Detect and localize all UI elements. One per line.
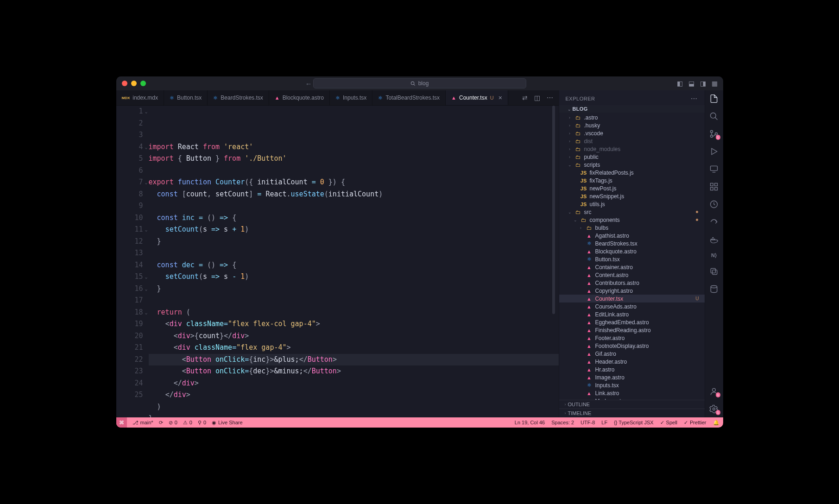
status-item[interactable]: Spaces: 2 — [551, 420, 574, 426]
source-control-icon[interactable]: 1 — [709, 129, 719, 139]
tab-blockquote-astro[interactable]: ▲Blockquote.astro — [269, 90, 330, 105]
file-image-astro[interactable]: ▲Image.astro — [559, 373, 705, 381]
code-line[interactable]: <div className="flex flex-col gap-4"> — [149, 318, 559, 330]
folder-dist[interactable]: ›🗀dist — [559, 137, 705, 145]
file-finishedreading-astro[interactable]: ▲FinishedReading.astro — [559, 326, 705, 334]
code-line[interactable]: setCount(s => s - 1) — [149, 271, 559, 283]
file-footnotedisplay-astro[interactable]: ▲FootnoteDisplay.astro — [559, 342, 705, 350]
run-debug-icon[interactable] — [709, 147, 719, 156]
file-inputs-tsx[interactable]: ⚛Inputs.tsx — [559, 381, 705, 389]
folder-components[interactable]: ⌄🗀components — [559, 216, 705, 224]
tab-counter-tsx[interactable]: ▲Counter.tsxU× — [446, 90, 508, 105]
close-tab-icon[interactable]: × — [498, 94, 502, 101]
copy-icon[interactable] — [709, 267, 719, 276]
file-content-astro[interactable]: ▲Content.astro — [559, 271, 705, 279]
code-line[interactable]: <div>{count}</div> — [149, 330, 559, 342]
code-line[interactable]: import React from 'react' — [149, 141, 559, 153]
code-line[interactable]: } — [149, 413, 559, 417]
explorer-more-icon[interactable]: ⋯ — [691, 95, 698, 102]
code-line[interactable]: const dec = () => { — [149, 259, 559, 271]
tab-inputs-tsx[interactable]: ⚛Inputs.tsx — [330, 90, 372, 105]
code-line[interactable]: <div className="flex gap-4"> — [149, 342, 559, 354]
status-item[interactable]: 🔔 — [713, 420, 719, 426]
extensions-icon[interactable] — [709, 182, 719, 191]
panel-right-icon[interactable]: ◨ — [700, 80, 706, 87]
status-item[interactable]: ⟳ — [159, 420, 163, 426]
minimize-window-button[interactable] — [131, 81, 137, 86]
layout-icon[interactable]: ▦ — [712, 80, 718, 87]
database-icon[interactable] — [709, 284, 719, 294]
scrollbar-thumb[interactable] — [552, 106, 555, 314]
account-icon[interactable]: 1 — [709, 387, 719, 396]
close-window-button[interactable] — [122, 81, 127, 86]
panel-left-icon[interactable]: ◧ — [677, 80, 683, 87]
file-gif-astro[interactable]: ▲Gif.astro — [559, 350, 705, 358]
timeline-icon[interactable] — [709, 200, 719, 209]
folder-src[interactable]: ⌄🗀src — [559, 208, 705, 216]
status-item[interactable]: LF — [601, 420, 607, 426]
remote-icon[interactable] — [709, 164, 719, 174]
code-line[interactable]: </div> — [149, 389, 559, 401]
file-footer-astro[interactable]: ▲Footer.astro — [559, 334, 705, 342]
status-item[interactable]: ⚠0 — [183, 420, 192, 426]
explorer-icon[interactable] — [709, 94, 719, 103]
code-line[interactable]: const inc = () => { — [149, 212, 559, 224]
status-item[interactable]: {} TypeScript JSX — [614, 420, 653, 426]
status-item[interactable]: ⊘0 — [169, 420, 177, 426]
status-item[interactable]: ✓ Prettier — [684, 420, 706, 426]
code-line[interactable] — [149, 165, 559, 177]
status-item[interactable]: ⚲0 — [198, 420, 206, 426]
panel-bottom-icon[interactable]: ⬓ — [688, 80, 694, 87]
file-link-astro[interactable]: ▲Link.astro — [559, 389, 705, 397]
file-button-tsx[interactable]: ⚛Button.tsx — [559, 255, 705, 263]
code-content[interactable]: import React from 'react'import { Button… — [149, 106, 559, 417]
status-item[interactable]: ⎇main* — [132, 420, 153, 426]
command-center[interactable]: blog — [313, 78, 526, 88]
tab-beardstrokes-tsx[interactable]: ⚛BeardStrokes.tsx — [208, 90, 269, 105]
outline-panel[interactable]: ›OUTLINE — [559, 400, 705, 409]
code-line[interactable]: ) — [149, 401, 559, 413]
code-line[interactable]: <Button onClick={dec}>&minus;</Button> — [149, 365, 559, 378]
tab-totalbeardstrokes-tsx[interactable]: ⚛TotalBeardStrokes.tsx — [372, 90, 446, 105]
explorer-root[interactable]: ⌄ BLOG — [559, 105, 705, 113]
tab-index-mdx[interactable]: MDXindex.mdx — [116, 90, 164, 105]
nav-back-icon[interactable]: ← — [305, 80, 312, 88]
file-beardstrokes-tsx[interactable]: ⚛BeardStrokes.tsx — [559, 239, 705, 247]
remote-indicator[interactable]: ⌘ — [116, 417, 127, 428]
code-editor[interactable]: 1⌄234⌄567⌄891011⌄12131415⌄16⌄1718⌄192021… — [116, 106, 559, 417]
file-newsnippet-js[interactable]: JSnewSnippet.js — [559, 192, 705, 200]
code-line[interactable]: } — [149, 236, 559, 248]
more-icon[interactable]: ⋯ — [547, 94, 553, 101]
code-line[interactable]: setCount(s => s + 1) — [149, 224, 559, 236]
share-icon[interactable] — [709, 217, 719, 227]
compare-icon[interactable]: ⇄ — [522, 94, 528, 101]
file-container-astro[interactable]: ▲Container.astro — [559, 263, 705, 271]
code-line[interactable] — [149, 247, 559, 259]
file-fixrelatedposts-js[interactable]: JSfixRelatedPosts.js — [559, 169, 705, 176]
folder--husky[interactable]: ›🗀.husky — [559, 121, 705, 129]
file-eggheadembed-astro[interactable]: ▲EggheadEmbed.astro — [559, 318, 705, 326]
file-contributors-astro[interactable]: ▲Contributors.astro — [559, 279, 705, 287]
code-line[interactable]: export function Counter({ initialCount =… — [149, 176, 559, 189]
file-agathist-astro[interactable]: ▲Agathist.astro — [559, 232, 705, 239]
folder--vscode[interactable]: ›🗀.vscode — [559, 129, 705, 137]
file-fixtags-js[interactable]: JSfixTags.js — [559, 176, 705, 184]
folder-node_modules[interactable]: ›🗀node_modules — [559, 145, 705, 153]
maximize-window-button[interactable] — [140, 81, 146, 86]
file-hr-astro[interactable]: ▲Hr.astro — [559, 365, 705, 373]
code-line[interactable] — [149, 295, 559, 307]
file-courseads-astro[interactable]: ▲CourseAds.astro — [559, 302, 705, 310]
search-activity-icon[interactable] — [709, 112, 719, 121]
folder-scripts[interactable]: ⌄🗀scripts — [559, 161, 705, 169]
file-blockquote-astro[interactable]: ▲Blockquote.astro — [559, 247, 705, 255]
docker-icon[interactable] — [709, 235, 719, 244]
status-item[interactable]: Ln 19, Col 46 — [515, 420, 545, 426]
code-line[interactable]: const [count, setCount] = React.useState… — [149, 189, 559, 201]
status-item[interactable]: ✓ Spell — [660, 420, 677, 426]
code-line[interactable]: import { Button } from './Button' — [149, 153, 559, 165]
status-item[interactable]: ◉Live Share — [212, 420, 243, 426]
code-line[interactable] — [149, 200, 559, 212]
code-line[interactable]: </div> — [149, 378, 559, 390]
file-newpost-js[interactable]: JSnewPost.js — [559, 184, 705, 192]
code-line[interactable]: return ( — [149, 307, 559, 319]
